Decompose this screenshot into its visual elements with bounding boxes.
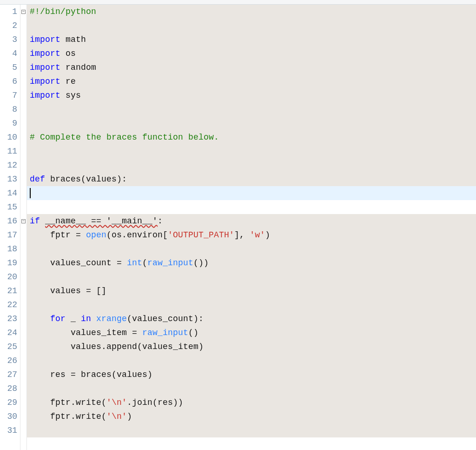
- code-token: 'OUTPUT_PATH': [168, 230, 234, 240]
- code-token: fptr.write(: [30, 412, 106, 421]
- editor-toolbar: [0, 0, 476, 5]
- code-line[interactable]: [27, 200, 476, 214]
- code-line[interactable]: [27, 423, 476, 437]
- code-token: :: [158, 216, 163, 226]
- code-token: res = braces(values): [30, 370, 152, 379]
- code-line[interactable]: [27, 116, 476, 130]
- fold-cell: [20, 102, 26, 116]
- code-line[interactable]: values_count = int(raw_input()): [27, 256, 476, 270]
- code-line[interactable]: res = braces(values): [27, 368, 476, 382]
- code-token: open: [86, 230, 106, 240]
- fold-cell: [20, 47, 26, 60]
- code-token: braces(values):: [45, 175, 127, 184]
- fold-cell: [20, 298, 26, 312]
- code-line[interactable]: values = []: [27, 284, 476, 298]
- line-number: 22: [0, 298, 20, 312]
- line-number: 12: [0, 158, 20, 172]
- code-token: sys: [60, 91, 81, 100]
- code-line[interactable]: import sys: [27, 88, 476, 102]
- fold-cell[interactable]: −: [20, 5, 26, 19]
- fold-gutter[interactable]: −−: [20, 5, 27, 450]
- code-line[interactable]: [27, 102, 476, 116]
- code-token: '\n': [106, 398, 127, 407]
- code-editor[interactable]: 1234567891011121314151617181920212223242…: [0, 5, 476, 450]
- code-line[interactable]: import random: [27, 60, 476, 74]
- code-token: int: [127, 258, 142, 268]
- code-area[interactable]: #!/bin/pythonimport mathimport osimport …: [27, 5, 476, 450]
- code-token: os: [60, 49, 76, 58]
- fold-cell[interactable]: −: [20, 214, 26, 228]
- fold-cell: [20, 144, 26, 158]
- code-token: raw_input: [142, 328, 188, 337]
- code-line[interactable]: if __name__ == '__main__':: [27, 214, 476, 228]
- code-line[interactable]: [27, 298, 476, 312]
- fold-cell: [20, 60, 26, 74]
- code-token: (): [188, 328, 198, 337]
- code-token: ],: [234, 230, 250, 240]
- code-token: [30, 314, 50, 323]
- code-line[interactable]: [27, 382, 476, 396]
- code-line[interactable]: #!/bin/python: [27, 5, 476, 19]
- code-line[interactable]: values_item = raw_input(): [27, 326, 476, 340]
- fold-cell: [20, 256, 26, 270]
- code-token: ): [265, 230, 270, 240]
- fold-cell: [20, 312, 26, 326]
- line-number-gutter: 1234567891011121314151617181920212223242…: [0, 5, 20, 450]
- line-number: 27: [0, 368, 20, 382]
- code-token: import: [30, 49, 60, 58]
- code-line[interactable]: [27, 270, 476, 284]
- code-token: '\n': [106, 412, 127, 421]
- code-token: values_item =: [30, 328, 142, 337]
- fold-cell: [20, 19, 26, 33]
- code-line[interactable]: [27, 354, 476, 368]
- line-number: 16: [0, 214, 20, 228]
- code-token: # Complete the braces function below.: [30, 133, 219, 142]
- line-number: 2: [0, 19, 20, 33]
- line-number: 9: [0, 116, 20, 130]
- code-token: in: [81, 314, 91, 323]
- fold-cell: [20, 172, 26, 186]
- fold-cell: [20, 130, 26, 144]
- fold-toggle-icon[interactable]: −: [21, 10, 26, 14]
- fold-cell: [20, 116, 26, 130]
- code-line[interactable]: import math: [27, 33, 476, 47]
- line-number: 1: [0, 5, 20, 19]
- fold-cell: [20, 158, 26, 172]
- fold-cell: [20, 396, 26, 410]
- code-line[interactable]: def braces(values):: [27, 172, 476, 186]
- code-line[interactable]: [27, 186, 476, 200]
- line-number: 18: [0, 242, 20, 256]
- code-line[interactable]: [27, 158, 476, 172]
- fold-toggle-icon[interactable]: −: [21, 219, 26, 223]
- line-number: 3: [0, 33, 20, 47]
- code-token: [91, 314, 96, 323]
- line-number: 26: [0, 354, 20, 368]
- code-line[interactable]: fptr = open(os.environ['OUTPUT_PATH'], '…: [27, 228, 476, 242]
- code-line[interactable]: [27, 19, 476, 33]
- line-number: 7: [0, 88, 20, 102]
- code-token: def: [30, 175, 45, 184]
- code-token: re: [60, 77, 76, 86]
- code-line[interactable]: fptr.write('\n'.join(res)): [27, 396, 476, 410]
- code-line[interactable]: import re: [27, 74, 476, 88]
- code-token: for: [50, 314, 66, 323]
- line-number: 13: [0, 172, 20, 186]
- line-number: 21: [0, 284, 20, 298]
- code-line[interactable]: [27, 144, 476, 158]
- code-line[interactable]: values.append(values_item): [27, 340, 476, 354]
- code-token: ): [127, 412, 132, 421]
- code-line[interactable]: import os: [27, 47, 476, 60]
- line-number: 11: [0, 144, 20, 158]
- code-line[interactable]: [27, 242, 476, 256]
- code-line[interactable]: for _ in xrange(values_count):: [27, 312, 476, 326]
- code-token: __name__ == '__main__': [45, 216, 158, 226]
- fold-cell: [20, 200, 26, 214]
- line-number: 15: [0, 200, 20, 214]
- line-number: 24: [0, 326, 20, 340]
- code-token: ()): [193, 258, 209, 268]
- code-token: import: [30, 77, 60, 86]
- line-number: 4: [0, 47, 20, 60]
- code-line[interactable]: fptr.write('\n'): [27, 410, 476, 423]
- code-line[interactable]: # Complete the braces function below.: [27, 130, 476, 144]
- line-number: 23: [0, 312, 20, 326]
